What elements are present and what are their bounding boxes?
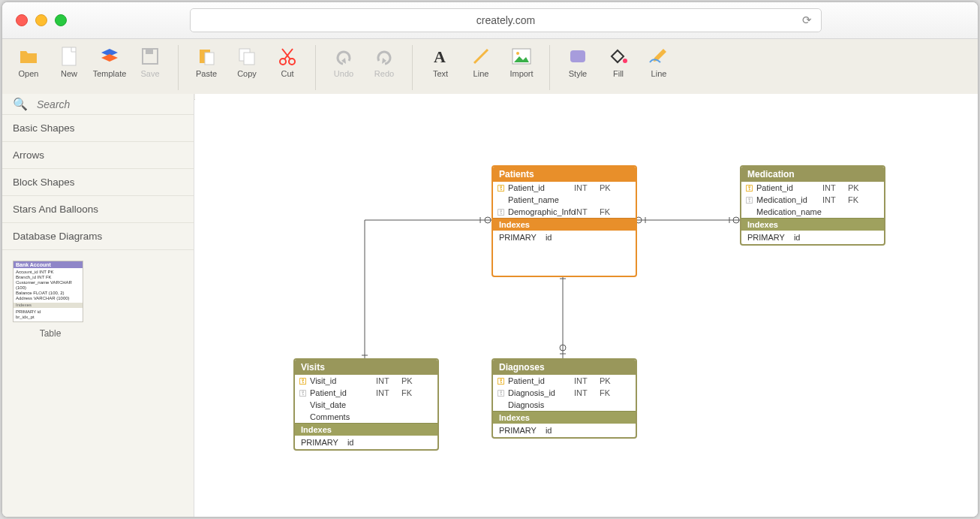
browser-chrome: creately.com ⟳ xyxy=(2,2,978,39)
copy-icon xyxy=(236,45,258,68)
save-icon xyxy=(139,45,161,68)
field-type: INT xyxy=(574,388,600,397)
sidebar: 🔍 Basic ShapesArrowsBlock ShapesStars An… xyxy=(2,94,194,517)
field-row: ⚿ Patient_id INT PK xyxy=(493,182,636,194)
search-input[interactable] xyxy=(35,98,173,111)
field-name: Patient_name xyxy=(508,195,574,204)
line2-icon xyxy=(648,45,670,68)
undo-label: Undo xyxy=(334,69,353,78)
field-key: PK xyxy=(401,376,421,385)
field-row: Comments xyxy=(295,411,437,423)
save-label: Save xyxy=(140,69,159,78)
sidebar-category-4[interactable]: Database Diagrams xyxy=(2,223,194,250)
close-window-button[interactable] xyxy=(16,14,28,26)
key-icon: ⚿ xyxy=(498,208,508,216)
entity-visits[interactable]: Visits ⚿ Visit_id INT PK ⚿ Patient_id IN… xyxy=(293,358,439,451)
line-label: Line xyxy=(473,69,489,78)
template-label: Template xyxy=(93,69,127,78)
cut-button[interactable]: Cut xyxy=(267,42,308,81)
field-name: Demographic_Info xyxy=(508,207,574,216)
minimize-window-button[interactable] xyxy=(35,14,47,26)
index-row: PRIMARYid xyxy=(741,231,884,244)
field-row: ⚿ Patient_id INT FK xyxy=(295,387,437,399)
entity-title: Patients xyxy=(493,167,636,182)
key-icon: ⚿ xyxy=(299,389,310,397)
cut-label: Cut xyxy=(281,69,293,78)
svg-rect-0 xyxy=(62,47,76,65)
import-button[interactable]: Import xyxy=(501,42,542,81)
reload-icon[interactable]: ⟳ xyxy=(802,14,812,27)
sidebar-category-2[interactable]: Block Shapes xyxy=(2,169,194,196)
field-name: Patient_id xyxy=(508,183,574,192)
field-row: ⚿ Diagnosis_id INT FK xyxy=(493,387,636,399)
svg-rect-15 xyxy=(570,50,585,62)
redo-icon xyxy=(373,45,395,68)
line-icon xyxy=(470,45,492,68)
diagram-canvas[interactable]: Patients ⚿ Patient_id INT PK Patient_nam… xyxy=(195,94,978,517)
field-name: Medication_name xyxy=(756,207,822,216)
fill-button[interactable]: Fill xyxy=(598,42,639,81)
new-label: New xyxy=(61,69,77,78)
field-type: INT xyxy=(376,376,401,385)
svg-line-12 xyxy=(474,50,488,63)
field-row: ⚿ Patient_id INT PK xyxy=(741,182,884,194)
field-name: Patient_id xyxy=(310,388,376,397)
field-name: Patient_id xyxy=(756,183,822,192)
app-content: 🔍 Basic ShapesArrowsBlock ShapesStars An… xyxy=(2,94,978,517)
svg-point-25 xyxy=(733,217,739,223)
paste-button[interactable]: Paste xyxy=(186,42,227,81)
entity-title: Medication xyxy=(741,167,884,182)
field-type: INT xyxy=(376,388,401,397)
template-icon xyxy=(98,45,121,68)
entity-diagnoses[interactable]: Diagnoses ⚿ Patient_id INT PK ⚿ Diagnosi… xyxy=(492,358,637,439)
line2-button[interactable]: Line xyxy=(639,42,679,81)
key-icon: ⚿ xyxy=(498,389,508,397)
field-name: Patient_id xyxy=(508,376,574,385)
address-bar[interactable]: creately.com ⟳ xyxy=(190,8,822,32)
entity-medication[interactable]: Medication ⚿ Patient_id INT PK ⚿ Medicat… xyxy=(740,165,885,246)
indexes-header: Indexes xyxy=(741,218,884,231)
shape-thumbnail[interactable]: Bank Account Account_id INT PKBranch_id … xyxy=(13,261,88,339)
field-type: INT xyxy=(822,195,848,204)
index-row: PRIMARYid xyxy=(493,424,636,437)
svg-point-29 xyxy=(560,345,566,351)
connectors xyxy=(195,94,978,517)
field-row: ⚿ Demographic_Info INT FK xyxy=(493,206,636,218)
new-button[interactable]: New xyxy=(49,42,89,81)
sidebar-category-1[interactable]: Arrows xyxy=(2,142,194,169)
svg-point-14 xyxy=(516,52,519,55)
line-button[interactable]: Line xyxy=(461,42,501,81)
paste-label: Paste xyxy=(196,69,217,78)
svg-point-16 xyxy=(623,59,627,63)
svg-point-18 xyxy=(485,217,491,223)
field-row: ⚿ Patient_id INT PK xyxy=(493,375,636,387)
field-name: Visit_id xyxy=(310,376,376,385)
fill-label: Fill xyxy=(613,69,624,78)
cut-icon xyxy=(276,45,299,68)
copy-button[interactable]: Copy xyxy=(227,42,267,81)
indexes-header: Indexes xyxy=(295,423,437,436)
key-icon: ⚿ xyxy=(498,377,508,385)
style-button[interactable]: Style xyxy=(558,42,598,81)
entity-patients[interactable]: Patients ⚿ Patient_id INT PK Patient_nam… xyxy=(492,165,637,277)
key-icon: ⚿ xyxy=(498,184,508,192)
sidebar-category-0[interactable]: Basic Shapes xyxy=(2,115,194,142)
field-key: PK xyxy=(600,376,619,385)
search-icon: 🔍 xyxy=(13,97,28,111)
field-type: INT xyxy=(574,183,600,192)
thumb-box: Bank Account Account_id INT PKBranch_id … xyxy=(13,261,83,322)
shape-search[interactable]: 🔍 xyxy=(2,94,194,115)
key-icon: ⚿ xyxy=(746,196,756,204)
maximize-window-button[interactable] xyxy=(55,14,67,26)
field-row: Medication_name xyxy=(741,206,884,218)
text-button[interactable]: AText xyxy=(420,42,461,81)
key-icon: ⚿ xyxy=(299,377,310,385)
template-button[interactable]: Template xyxy=(89,42,130,81)
sidebar-category-3[interactable]: Stars And Balloons xyxy=(2,196,194,223)
field-key: FK xyxy=(600,388,619,397)
index-row: PRIMARYid xyxy=(295,436,437,449)
field-type: INT xyxy=(822,183,848,192)
open-button[interactable]: Open xyxy=(8,42,49,81)
svg-text:A: A xyxy=(434,47,446,65)
fill-icon xyxy=(607,45,630,68)
